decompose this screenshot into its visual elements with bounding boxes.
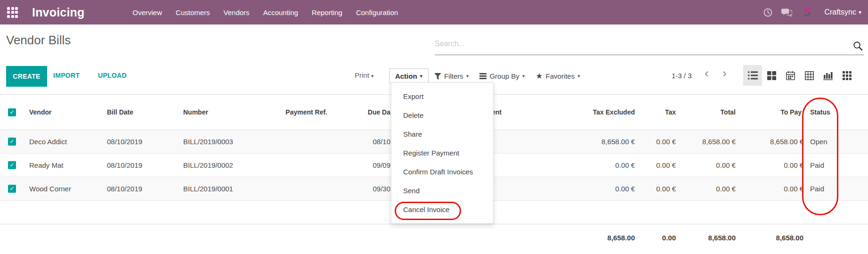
row-checkbox[interactable]: ✓ [8,138,16,146]
cell-payment-ref[interactable] [264,177,332,200]
cell-total[interactable]: 0.00 € [681,177,740,200]
calendar-view-button[interactable] [781,65,800,86]
column-header-due-date[interactable]: Due Da [332,95,392,130]
menu-item-export[interactable]: Export [391,87,493,106]
cell-tax[interactable]: 0.00 € [640,153,681,177]
column-header-tax-excluded[interactable]: Tax Excluded [506,95,640,130]
list-view-button[interactable] [743,65,762,86]
cell-payment-ref[interactable] [264,130,332,153]
column-header-total[interactable]: Total [681,95,740,130]
cell-number[interactable]: BILL/2019/0001 [177,177,264,200]
cell-total[interactable]: 8,658.00 € [681,130,740,153]
cell-vendor[interactable]: Wood Corner [23,177,100,200]
activity-view-button[interactable] [837,65,856,86]
total-total: 8,658.00 [681,224,740,243]
nav-item-accounting[interactable]: Accounting [263,8,298,16]
search-box [435,38,864,55]
column-header-to-pay[interactable]: To Pay [740,95,806,130]
app-title: Invoicing [32,6,85,19]
total-to-pay: 8,658.00 [740,224,806,243]
upload-button[interactable]: UPLOAD [98,72,127,79]
pager-previous-button[interactable]: ‹ [705,67,709,79]
column-header-status[interactable]: Status [806,95,843,130]
column-header-number[interactable]: Number [177,95,264,130]
view-switcher [743,65,856,86]
group-by-button[interactable]: Group By ▾ [479,71,525,81]
cell-to-pay[interactable]: 0.00 € [740,177,806,200]
nav-item-customers[interactable]: Customers [176,8,210,16]
pager-range: 1-3 / 3 [672,72,692,80]
filters-button[interactable]: Filters ▾ [434,71,469,81]
cell-total[interactable]: 0.00 € [681,153,740,177]
favorites-button[interactable]: ★ Favorites ▾ [535,71,580,81]
menu-item-cancel-invoice[interactable]: Cancel Invoice [391,200,493,219]
chevron-down-icon: ▾ [420,73,423,79]
cell-due-date[interactable]: 08/10 [332,130,392,153]
cell-to-pay[interactable]: 8,658.00 € [740,130,806,153]
messages-chat-icon[interactable] [781,8,792,17]
cell-tax[interactable]: 0.00 € [640,177,681,200]
cell-to-pay[interactable]: 0.00 € [740,153,806,177]
row-checkbox[interactable]: ✓ [8,185,16,193]
menu-item-confirm-draft-invoices[interactable]: Confirm Draft Invoices [391,163,493,181]
cell-status[interactable]: Paid [806,153,843,177]
filter-funnel-icon [434,73,441,80]
cell-tax-excluded[interactable]: 8,658.00 € [506,130,640,153]
cell-status[interactable]: Open [806,130,843,153]
chevron-down-icon: ▾ [577,73,580,79]
top-navbar: Invoicing Overview Customers Vendors Acc… [0,0,868,25]
cell-due-date[interactable]: 09/30 [332,177,392,200]
row-checkbox[interactable]: ✓ [8,161,16,169]
cell-due-date[interactable]: 09/09 [332,153,392,177]
user-name: Craftsync [824,8,856,16]
pivot-view-button[interactable] [800,65,819,86]
cell-status[interactable]: Paid [806,177,843,200]
action-dropdown-menu: Export Delete Share Register Payment Con… [391,82,494,224]
cell-payment-ref[interactable] [264,153,332,177]
cell-vendor[interactable]: Deco Addict [23,130,100,153]
pager-next-button[interactable]: › [722,67,727,79]
menu-item-delete[interactable]: Delete [391,106,493,125]
print-dropdown-button[interactable]: Print ▾ [355,71,374,79]
user-avatar[interactable]: S [801,5,813,19]
cell-number[interactable]: BILL/2019/0002 [177,153,264,177]
import-button[interactable]: IMPORT [53,72,80,79]
cell-tax-excluded[interactable]: 0.00 € [506,153,640,177]
column-header-tax[interactable]: Tax [640,95,681,130]
nav-item-overview[interactable]: Overview [133,8,162,16]
cell-bill-date[interactable]: 08/10/2019 [100,153,177,177]
activities-clock-icon[interactable] [763,8,772,17]
total-tax: 0.00 [640,224,681,243]
cell-bill-date[interactable]: 08/10/2019 [100,130,177,153]
menu-item-register-payment[interactable]: Register Payment [391,144,493,163]
graph-view-button[interactable] [819,65,837,86]
kanban-view-button[interactable] [762,65,781,86]
nav-item-vendors[interactable]: Vendors [224,8,250,16]
page-title: Vendor Bills [6,33,71,48]
cell-tax-excluded[interactable]: 0.00 € [506,177,640,200]
totals-row: 8,658.00 0.00 8,658.00 8,658.00 [0,224,868,243]
apps-grid-icon[interactable] [7,7,18,18]
search-icon[interactable] [852,41,863,51]
menu-item-send[interactable]: Send [391,181,493,200]
cell-tax[interactable]: 0.00 € [640,130,681,153]
search-options: Filters ▾ Group By ▾ ★ Favorites ▾ [434,71,580,81]
cell-bill-date[interactable]: 08/10/2019 [100,177,177,200]
column-header-payment-ref[interactable]: Payment Ref. [264,95,332,130]
cell-vendor[interactable]: Ready Mat [23,153,100,177]
total-tax-excluded: 8,658.00 [506,224,640,243]
search-input[interactable] [435,38,840,50]
nav-item-reporting[interactable]: Reporting [312,8,342,16]
chevron-down-icon: ▾ [466,73,469,79]
star-icon: ★ [535,71,543,81]
column-header-bill-date[interactable]: Bill Date [100,95,177,130]
menu-item-share[interactable]: Share [391,125,493,144]
column-header-vendor[interactable]: Vendor [23,95,100,130]
create-button[interactable]: CREATE [6,66,47,87]
user-menu[interactable]: Craftsync ▾ [822,8,861,16]
select-all-checkbox[interactable]: ✓ [8,108,16,116]
nav-item-configuration[interactable]: Configuration [356,8,398,16]
action-dropdown-button[interactable]: Action ▾ [389,68,429,83]
cell-number[interactable]: BILL/2019/0003 [177,130,264,153]
app-menu: Overview Customers Vendors Accounting Re… [133,8,398,16]
